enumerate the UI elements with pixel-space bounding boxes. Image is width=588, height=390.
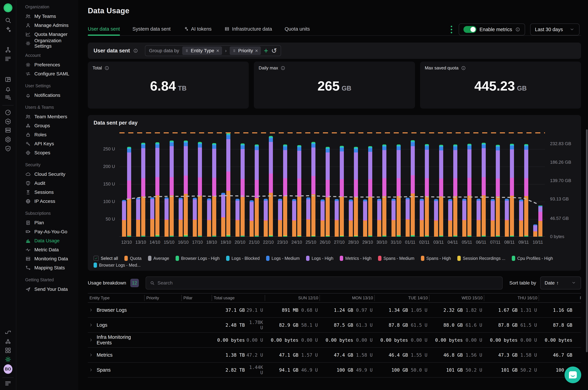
sidebar-item-configure-saml[interactable]: Configure SAML — [25, 69, 78, 78]
sidebar-item-preferences[interactable]: Preferences — [25, 60, 78, 69]
tab-user-data-sent[interactable]: User data sent — [88, 26, 120, 35]
group-chip-entity-type[interactable]: Entity Type× — [182, 47, 222, 55]
entity-expander[interactable]: Infra Monitoring Events — [88, 334, 144, 345]
chevron-right-icon[interactable] — [89, 353, 93, 357]
sparkles-icon[interactable] — [3, 25, 12, 34]
close-icon[interactable]: × — [255, 48, 258, 53]
table-row[interactable]: Browser Logs37.1 GB29.1 U891 MB0.68 U1.2… — [88, 303, 581, 318]
add-group-button[interactable]: + — [264, 47, 268, 54]
apps-grid-icon[interactable] — [3, 346, 12, 355]
flow-tree-icon[interactable] — [3, 46, 12, 54]
column-header-entity-type[interactable]: Entity Type — [88, 295, 144, 301]
sidebar-item-api-keys[interactable]: API Keys — [25, 139, 78, 148]
sidebar-item-organization-settings[interactable]: Organization Settings — [25, 39, 78, 48]
column-header-tue-14-10[interactable]: TUE 14/10 — [374, 295, 429, 301]
chat-launcher-button[interactable] — [565, 367, 581, 383]
legend-item-metrics-high[interactable]: Metrics - High — [340, 256, 371, 261]
entity-expander[interactable]: Browser Logs — [88, 307, 144, 313]
tab-system-data-sent[interactable]: System data sent — [133, 26, 171, 35]
table-row[interactable]: Infra Monitoring Events0.00 bytes0.00 U0… — [88, 333, 581, 348]
column-header-total-usage[interactable]: Total usage — [212, 295, 265, 301]
logo-icon[interactable] — [3, 3, 12, 12]
drag-handle-icon[interactable] — [232, 49, 236, 52]
gear-icon-active[interactable] — [3, 355, 12, 364]
sidebar-item-team-members[interactable]: Team Members — [25, 112, 78, 121]
info-icon[interactable] — [515, 27, 520, 32]
sidebar-item-metric-data[interactable]: Metric Data — [25, 245, 78, 254]
select-all-checkbox[interactable]: Select all — [93, 256, 118, 261]
sidebar-item-scopes[interactable]: Scopes — [25, 148, 78, 157]
chevron-right-icon[interactable] — [89, 323, 93, 327]
sidebar-item-plan[interactable]: Plan — [25, 218, 78, 227]
drag-handle-icon[interactable] — [185, 49, 189, 52]
legend-item-logs-medium[interactable]: Logs - Medium — [266, 256, 300, 261]
search-input[interactable] — [158, 280, 498, 286]
entity-expander[interactable]: Spans — [88, 367, 144, 373]
column-header-priority[interactable]: Priority — [144, 295, 181, 301]
table-row[interactable]: Metrics1.38 TB47.2 U47.1 GB1.57 U47.4 GB… — [88, 348, 581, 363]
enable-metrics-toggle[interactable] — [463, 26, 476, 33]
legend-item-average[interactable]: Average — [148, 256, 169, 261]
sidebar-item-quota-manager[interactable]: Quota Manager — [25, 30, 78, 39]
server-icon[interactable] — [3, 126, 12, 135]
kebab-menu-icon[interactable] — [449, 24, 453, 35]
tab-quota-units[interactable]: Quota units — [285, 26, 310, 35]
tab-infrastructure-data[interactable]: Infrastructure data — [224, 26, 272, 35]
info-icon[interactable] — [104, 65, 109, 71]
column-header-thu-16-10[interactable]: THU 16/10 — [484, 295, 539, 301]
sidebar-item-data-usage[interactable]: Data Usage — [25, 236, 78, 245]
list-icon[interactable] — [3, 54, 12, 63]
table-row[interactable]: Logs2.48 TB1.78K U82.9 GB58.1 U87.5 GB61… — [88, 318, 581, 333]
sidebar-item-roles[interactable]: Roles — [25, 130, 78, 139]
entity-expander[interactable]: Metrics — [88, 352, 144, 358]
sidebar-item-monitoring-data[interactable]: Monitoring Data — [25, 254, 78, 263]
tab-ai-tokens[interactable]: AI tokens — [183, 26, 212, 35]
pipeline-icon[interactable] — [3, 328, 12, 337]
column-header-fri-17[interactable]: FRI 17 — [539, 295, 581, 301]
page-scrollbar[interactable] — [586, 0, 588, 390]
sidebar-item-groups[interactable]: Groups — [25, 121, 78, 130]
entity-expander[interactable]: Logs — [88, 322, 144, 328]
chevron-right-icon[interactable] — [89, 338, 93, 342]
column-header-pillar[interactable]: Pillar — [181, 295, 212, 301]
column-header-sun-12-10[interactable]: SUN 12/10 — [265, 295, 319, 301]
scrollbar-thumb[interactable] — [586, 129, 588, 352]
legend-item-logs-blocked[interactable]: Logs - Blocked — [226, 256, 260, 261]
sidebar-item-pay-as-you-go[interactable]: Pay-As-You-Go — [25, 227, 78, 236]
columns-icon[interactable] — [3, 75, 12, 84]
date-range-select[interactable]: Last 30 days — [530, 23, 580, 35]
column-header-wed-15-10[interactable]: WED 15/10 — [429, 295, 484, 301]
sidebar-item-mapping-stats[interactable]: Mapping Stats — [25, 263, 78, 272]
sidebar-item-send-your-data[interactable]: Send Your Data — [25, 285, 78, 294]
sidebar-item-notifications[interactable]: Notifications — [25, 91, 78, 100]
legend-item-spans-high[interactable]: Spans - High — [421, 256, 451, 261]
info-icon[interactable] — [461, 65, 466, 71]
reset-group-button[interactable]: ↺ — [271, 47, 277, 54]
legend-item-cpu-profiles-high[interactable]: Cpu Profiles - High — [512, 256, 553, 261]
bell-icon[interactable] — [3, 84, 12, 93]
legend-item-spans-medium[interactable]: Spans - Medium — [378, 256, 414, 261]
legend-item-quota[interactable]: Quota — [124, 256, 141, 261]
gauge-icon[interactable] — [3, 108, 12, 117]
list-search-icon[interactable] — [3, 93, 12, 102]
legend-item-browser-logs-med-[interactable]: Browser Logs - Med... — [93, 263, 141, 268]
shield-hex-icon[interactable] — [3, 135, 12, 144]
legend-item-browser-logs-high[interactable]: Browser Logs - High — [176, 256, 220, 261]
sidebar-item-audit[interactable]: Audit — [25, 179, 78, 188]
legend-item-session-recordings-[interactable]: Session Recordings ... — [457, 256, 505, 261]
sidebar-item-sessions[interactable]: Sessions — [25, 188, 78, 197]
sidebar-item-manage-admins[interactable]: Manage Admins — [25, 21, 78, 30]
group-chip-priority[interactable]: Priority× — [230, 47, 261, 55]
column-header-mon-13-10[interactable]: MON 13/10 — [319, 295, 374, 301]
sidebar-item-ip-access[interactable]: IP Access — [25, 197, 78, 206]
chevron-right-icon[interactable] — [89, 308, 93, 312]
avatar[interactable]: BO — [3, 365, 12, 374]
sort-select[interactable]: Date ↑ — [540, 277, 581, 290]
info-icon[interactable] — [280, 65, 285, 71]
sidebar-item-cloud-security[interactable]: Cloud Security — [25, 170, 78, 179]
hex-pulse-icon[interactable] — [3, 117, 12, 126]
collapse-sidebar-icon[interactable] — [3, 379, 12, 388]
info-icon[interactable] — [133, 48, 138, 53]
chevron-right-icon[interactable] — [89, 368, 93, 372]
sidebar-item-my-teams[interactable]: My Teams — [25, 12, 78, 21]
